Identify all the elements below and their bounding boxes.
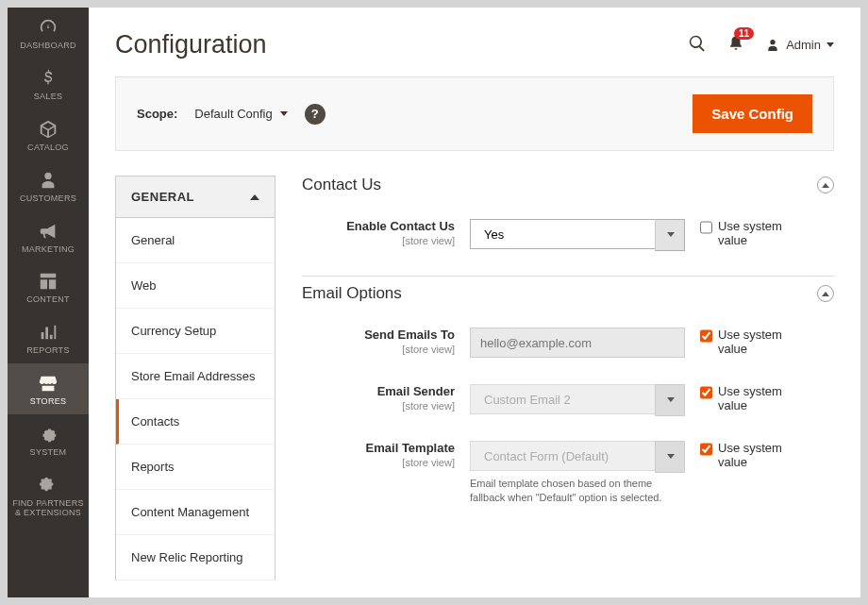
email-template-select[interactable]: Contact Form (Default) — [470, 441, 685, 471]
field-control — [470, 328, 685, 358]
field-scope: [store view] — [302, 457, 455, 468]
box-icon — [38, 119, 58, 140]
field-scope: [store view] — [302, 400, 455, 412]
tab-web[interactable]: Web — [116, 263, 275, 309]
form-panel: Contact Us Enable Contact Us [store view… — [302, 176, 834, 580]
header-actions: 11 Admin — [688, 34, 834, 57]
tab-contacts[interactable]: Contacts — [116, 399, 275, 445]
select-wrap: Contact Form (Default) — [470, 441, 685, 471]
field-label-text: Enable Contact Us — [302, 219, 455, 233]
dollar-icon — [38, 68, 58, 89]
nav-label: CATALOG — [27, 143, 69, 153]
use-system-value[interactable]: Use system value — [700, 328, 804, 356]
tab-store-email-addresses[interactable]: Store Email Addresses — [116, 354, 275, 399]
gear-icon — [38, 424, 58, 445]
config-tabs: GENERAL General Web Currency Setup Store… — [115, 176, 275, 580]
scope-value: Default Config — [194, 107, 272, 121]
field-label: Send Emails To [store view] — [302, 328, 470, 355]
field-control: Custom Email 2 — [470, 384, 685, 414]
field-email-sender: Email Sender [store view] Custom Email 2 — [302, 371, 834, 428]
layout-icon — [38, 271, 58, 292]
section-contact-us-header[interactable]: Contact Us — [302, 176, 834, 206]
select-wrap: Custom Email 2 — [470, 384, 685, 414]
bar-chart-icon — [38, 322, 58, 343]
collapse-icon — [817, 176, 834, 193]
scope-selector[interactable]: Default Config — [194, 107, 287, 121]
use-system-value[interactable]: Use system value — [700, 219, 804, 247]
person-icon — [38, 170, 58, 191]
enable-contact-us-select[interactable]: Yes — [470, 219, 685, 249]
field-send-emails-to: Send Emails To [store view] Use system v… — [302, 314, 834, 371]
main-content: Configuration 11 Admin Scope: Default Co… — [89, 8, 860, 597]
tab-group-label: GENERAL — [131, 190, 194, 204]
use-system-checkbox[interactable] — [700, 329, 712, 343]
nav-label: MARKETING — [22, 245, 75, 255]
chevron-down-icon — [826, 42, 834, 47]
email-sender-select[interactable]: Custom Email 2 — [470, 384, 685, 414]
nav-label: FIND PARTNERS & EXTENSIONS — [11, 499, 85, 518]
user-label: Admin — [786, 38, 821, 52]
field-label: Email Sender [store view] — [302, 384, 470, 412]
nav-reports[interactable]: REPORTS — [8, 312, 89, 363]
use-system-checkbox[interactable] — [700, 443, 712, 456]
nav-system[interactable]: SYSTEM — [8, 414, 89, 465]
use-system-checkbox[interactable] — [700, 386, 712, 399]
help-icon[interactable]: ? — [305, 104, 326, 125]
notifications-button[interactable]: 11 — [727, 35, 744, 56]
section-email-options-header[interactable]: Email Options — [302, 284, 834, 314]
nav-label: CUSTOMERS — [20, 194, 76, 204]
save-config-button[interactable]: Save Config — [693, 94, 812, 133]
field-scope: [store view] — [302, 344, 455, 355]
store-icon — [38, 373, 58, 394]
nav-label: SALES — [34, 92, 63, 102]
config-content: GENERAL General Web Currency Setup Store… — [115, 176, 834, 580]
nav-sales[interactable]: SALES — [8, 59, 89, 109]
use-system-value[interactable]: Use system value — [700, 384, 804, 412]
field-enable-contact-us: Enable Contact Us [store view] Yes — [302, 206, 834, 262]
select-wrap: Yes — [470, 219, 685, 249]
nav-dashboard[interactable]: DASHBOARD — [8, 8, 89, 59]
page-header: Configuration 11 Admin — [89, 8, 860, 76]
user-menu[interactable]: Admin — [765, 38, 834, 53]
nav-customers[interactable]: CUSTOMERS — [8, 160, 89, 211]
nav-marketing[interactable]: MARKETING — [8, 211, 89, 262]
use-system-label: Use system value — [718, 219, 804, 247]
nav-partners[interactable]: FIND PARTNERS & EXTENSIONS — [8, 465, 89, 526]
field-email-template: Email Template [store view] Contact Form… — [302, 428, 834, 519]
field-label-text: Email Template — [302, 441, 455, 455]
field-label-text: Send Emails To — [302, 328, 455, 342]
use-system-label: Use system value — [718, 384, 804, 412]
nav-label: STORES — [30, 397, 67, 407]
user-icon — [765, 38, 780, 53]
divider — [302, 276, 834, 277]
chevron-down-icon — [280, 111, 288, 116]
nav-label: DASHBOARD — [20, 42, 76, 51]
nav-catalog[interactable]: CATALOG — [8, 109, 89, 160]
nav-stores[interactable]: STORES — [8, 363, 89, 414]
tab-group-general[interactable]: GENERAL — [115, 176, 275, 218]
field-control: Contact Form (Default) Email template ch… — [470, 441, 685, 506]
chevron-up-icon — [250, 194, 259, 200]
field-scope: [store view] — [302, 235, 455, 246]
gauge-icon — [38, 17, 58, 38]
notification-badge: 11 — [734, 27, 754, 40]
nav-content[interactable]: CONTENT — [8, 261, 89, 312]
use-system-label: Use system value — [718, 328, 804, 356]
send-emails-to-input[interactable] — [470, 328, 685, 358]
use-system-value[interactable]: Use system value — [700, 441, 804, 469]
use-system-label: Use system value — [718, 441, 804, 469]
puzzle-icon — [38, 475, 58, 496]
tab-new-relic-reporting[interactable]: New Relic Reporting — [116, 535, 275, 580]
use-system-checkbox[interactable] — [700, 221, 712, 234]
tab-reports[interactable]: Reports — [116, 445, 275, 490]
tab-content-management[interactable]: Content Management — [116, 490, 275, 535]
nav-label: REPORTS — [26, 346, 69, 356]
search-icon[interactable] — [688, 34, 707, 57]
tab-general[interactable]: General — [116, 218, 275, 263]
section-title: Contact Us — [302, 176, 381, 194]
field-label: Enable Contact Us [store view] — [302, 219, 470, 246]
app-root: DASHBOARD SALES CATALOG CUSTOMERS MARKET… — [8, 8, 860, 597]
scope-label: Scope: — [137, 107, 177, 121]
tab-currency-setup[interactable]: Currency Setup — [116, 309, 275, 354]
admin-nav: DASHBOARD SALES CATALOG CUSTOMERS MARKET… — [8, 8, 89, 597]
